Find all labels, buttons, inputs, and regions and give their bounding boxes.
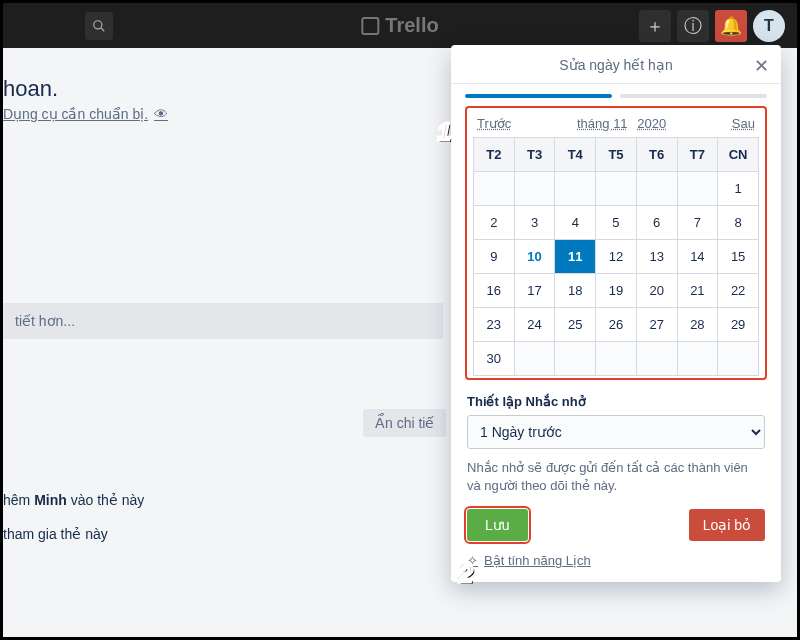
calendar-day [514,172,555,206]
weekday-header: T4 [555,138,596,172]
weekday-header: T3 [514,138,555,172]
info-button[interactable]: ⓘ [677,10,709,42]
calendar-day[interactable]: 18 [555,274,596,308]
next-month-link[interactable]: Sau [732,116,755,131]
calendar-day[interactable]: 25 [555,308,596,342]
calendar-day [596,342,637,376]
card-list-link[interactable]: Dụng cụ cần chuẩn bị. 👁 [3,106,168,122]
save-button[interactable]: Lưu [467,509,528,541]
watch-icon: 👁 [154,106,168,122]
calendar-day[interactable]: 8 [718,206,759,240]
calendar-day[interactable]: 9 [474,240,515,274]
calendar-day[interactable]: 11 [555,240,596,274]
calendar-container: Trước tháng 11 2020 Sau T2T3T4T5T6T7CN 1… [465,106,767,380]
calendar-day[interactable]: 7 [677,206,718,240]
due-date-popover: Sửa ngày hết hạn ✕ Trước tháng 11 2020 S… [451,45,781,582]
logo-text: Trello [385,14,438,37]
app-topbar: Trello ＋ ⓘ 🔔 T [3,3,797,48]
trello-board-icon [361,17,379,35]
notifications-button[interactable]: 🔔 [715,10,747,42]
popover-header: Sửa ngày hết hạn ✕ [451,45,781,84]
time-tab[interactable] [620,94,767,98]
calendar-day [596,172,637,206]
weekday-header: T7 [677,138,718,172]
calendar-day[interactable]: 4 [555,206,596,240]
calendar-day[interactable]: 1 [718,172,759,206]
weekday-header: CN [718,138,759,172]
calendar-day[interactable]: 19 [596,274,637,308]
plus-icon: ＋ [646,14,664,38]
calendar-day[interactable]: 27 [636,308,677,342]
annotation-badge-2: 2 [447,555,485,593]
calendar-day[interactable]: 26 [596,308,637,342]
calendar-day[interactable]: 6 [636,206,677,240]
hide-details-button[interactable]: Ẩn chi tiế [363,409,446,437]
calendar-day [677,172,718,206]
calendar-day[interactable]: 21 [677,274,718,308]
user-avatar[interactable]: T [753,10,785,42]
bell-icon: 🔔 [720,15,742,37]
calendar-day [555,172,596,206]
info-icon: ⓘ [684,14,702,38]
calendar-day[interactable]: 17 [514,274,555,308]
enable-calendar-section: ✧ Bật tính năng Lịch [451,541,781,568]
date-time-tabs [451,84,781,102]
calendar-day [718,342,759,376]
enable-calendar-link[interactable]: ✧ Bật tính năng Lịch [467,553,591,568]
calendar-day [677,342,718,376]
calendar-day[interactable]: 3 [514,206,555,240]
reminder-hint: Nhắc nhở sẽ được gửi đến tất cả các thàn… [467,459,765,495]
date-tab[interactable] [465,94,612,98]
calendar-nav: Trước tháng 11 2020 Sau [473,114,759,137]
calendar-day[interactable]: 23 [474,308,515,342]
search-icon [92,19,106,33]
app-logo[interactable]: Trello [361,14,438,37]
calendar-day [555,342,596,376]
svg-point-0 [94,20,102,28]
month-select[interactable]: tháng 11 [577,116,628,131]
weekday-header: T6 [636,138,677,172]
calendar-day[interactable]: 14 [677,240,718,274]
annotation-badge-1: 1 [425,113,463,151]
calendar-day [636,172,677,206]
weekday-header: T5 [596,138,637,172]
create-button[interactable]: ＋ [639,10,671,42]
calendar-day[interactable]: 28 [677,308,718,342]
calendar-day[interactable]: 20 [636,274,677,308]
calendar-day[interactable]: 30 [474,342,515,376]
reminder-section: Thiết lập Nhắc nhở 1 Ngày trước Nhắc nhở… [451,380,781,495]
description-input[interactable]: tiết hơn... [3,303,443,339]
calendar-day[interactable]: 29 [718,308,759,342]
close-button[interactable]: ✕ [754,55,769,77]
calendar-day [636,342,677,376]
search-button[interactable] [85,12,113,40]
calendar-day[interactable]: 13 [636,240,677,274]
calendar-day[interactable]: 24 [514,308,555,342]
calendar-day[interactable]: 16 [474,274,515,308]
calendar-day[interactable]: 22 [718,274,759,308]
remove-button[interactable]: Loại bỏ [689,509,765,541]
reminder-select[interactable]: 1 Ngày trước [467,415,765,449]
calendar-day[interactable]: 10 [514,240,555,274]
prev-month-link[interactable]: Trước [477,116,511,131]
close-icon: ✕ [754,56,769,76]
calendar-day[interactable]: 5 [596,206,637,240]
calendar-day[interactable]: 12 [596,240,637,274]
calendar-day [514,342,555,376]
calendar-day[interactable]: 15 [718,240,759,274]
svg-line-1 [101,27,105,31]
year-select[interactable]: 2020 [637,116,666,131]
calendar-day [474,172,515,206]
reminder-label: Thiết lập Nhắc nhở [467,394,765,409]
weekday-header: T2 [474,138,515,172]
popover-title: Sửa ngày hết hạn [559,57,672,73]
calendar-grid: T2T3T4T5T6T7CN 1234567891011121314151617… [473,137,759,376]
calendar-day[interactable]: 2 [474,206,515,240]
